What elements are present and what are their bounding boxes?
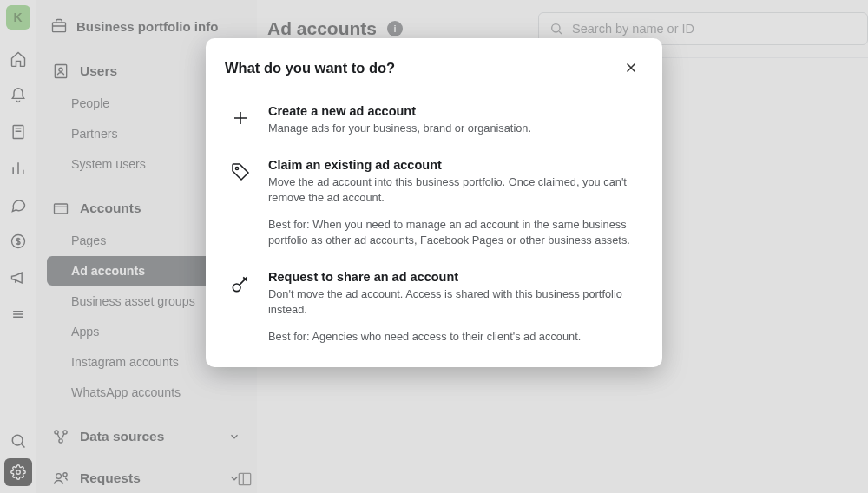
modal: What do you want to do? Create a new ad … xyxy=(206,38,662,367)
svg-point-16 xyxy=(233,284,240,292)
option-desc: Move the ad account into this business p… xyxy=(268,174,640,207)
option-desc: Manage ads for your business, brand or o… xyxy=(268,121,640,137)
option-title: Create a new ad account xyxy=(268,104,640,118)
tag-icon xyxy=(228,160,253,184)
plus-icon xyxy=(228,106,253,130)
svg-point-15 xyxy=(235,167,238,169)
option-share-account[interactable]: Request to share an ad account Don't mov… xyxy=(206,253,662,349)
option-desc: Don't move the ad account. Access is sha… xyxy=(268,286,640,319)
close-button[interactable] xyxy=(619,56,643,80)
modal-title: What do you want to do? xyxy=(225,60,619,76)
option-best-for: Best for: When you need to manage an ad … xyxy=(268,217,640,249)
modal-overlay[interactable]: What do you want to do? Create a new ad … xyxy=(0,0,868,493)
option-best-for: Best for: Agencies who need access to th… xyxy=(268,329,640,345)
option-claim-account[interactable]: Claim an existing ad account Move the ad… xyxy=(206,141,662,253)
option-title: Claim an existing ad account xyxy=(268,158,640,172)
option-create-account[interactable]: Create a new ad account Manage ads for y… xyxy=(206,87,662,141)
option-title: Request to share an ad account xyxy=(268,270,640,284)
key-icon xyxy=(228,272,253,296)
